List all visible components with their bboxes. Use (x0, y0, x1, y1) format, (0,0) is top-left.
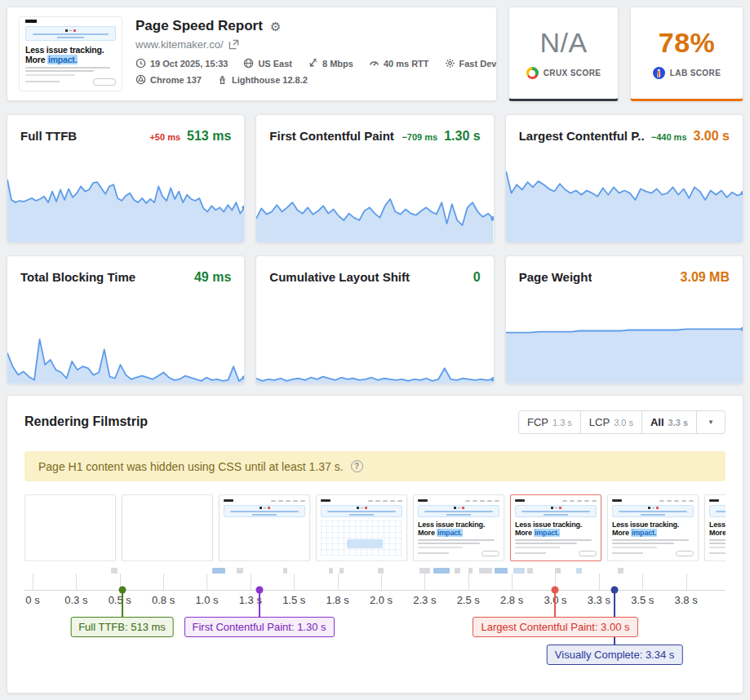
meta-label: Chrome 137 (150, 75, 202, 85)
report-settings-gear-icon[interactable]: ⚙ (270, 20, 281, 33)
metric-card[interactable]: Full TTFB +50 ms 513 ms (7, 114, 245, 243)
filmstrip-tab-all[interactable]: All3.3 s (641, 411, 696, 433)
frame-nav (612, 498, 694, 503)
metric-title: Cumulative Layout Shift (269, 270, 410, 284)
timeline-marker-dot (611, 587, 619, 594)
timeline-tick-label: 1.8 s (326, 594, 349, 606)
metric-title: Total Blocking Time (20, 270, 135, 284)
timeline-marker-stem (259, 590, 260, 620)
lighthouse-lab-icon (653, 67, 665, 79)
globe-icon (243, 58, 254, 69)
resource-block (237, 568, 243, 574)
metric-value: 3.00 s (694, 129, 730, 144)
timeline-tick (468, 574, 469, 590)
meta-throttle: 8 Mbps (308, 58, 353, 69)
filmstrip-tab-lcp[interactable]: LCP3.0 s (580, 411, 641, 433)
filmstrip-tab-fcp[interactable]: FCP1.3 s (519, 411, 580, 433)
tab-value: 3.3 s (668, 418, 688, 428)
meta-label: Lighthouse 12.8.2 (232, 75, 308, 85)
metric-value: 49 ms (194, 270, 231, 285)
timeline-tick (163, 574, 164, 590)
thumbnail-logo (25, 20, 37, 23)
timeline-tick (251, 574, 251, 590)
timeline-tick (338, 574, 339, 590)
filmstrip-frame-2[interactable] (122, 494, 213, 561)
timeline-marker-dot (255, 587, 263, 594)
metric-card[interactable]: Largest Contentful P... −440 ms 3.00 s (505, 114, 743, 243)
help-question-icon[interactable]: ? (351, 460, 363, 472)
metric-title: Full TTFB (20, 129, 77, 143)
page-title: Page Speed Report (135, 18, 263, 34)
timeline-marker-label: Full TTFB: 513 ms (70, 617, 174, 637)
filmstrip-frame-1[interactable] (24, 494, 116, 561)
meta-row-1: 19 Oct 2025, 15:33US East8 Mbps40 ms RTT… (135, 58, 485, 69)
resource-block (455, 568, 460, 574)
timeline-tick-label: 2.3 s (413, 594, 436, 606)
timeline-tick-label: 2.5 s (457, 594, 480, 606)
filmstrip-frame-7[interactable]: Less issue tracking.More impact. (607, 494, 699, 561)
frame-footer (709, 551, 726, 556)
filmstrip-frame-3[interactable] (219, 494, 310, 561)
meta-label: 19 Oct 2025, 15:33 (150, 59, 228, 69)
frame-headline-2: More impact. (515, 529, 597, 537)
tab-value: 3.0 s (614, 418, 633, 428)
meta-label: US East (258, 59, 292, 69)
thumbnail-headline-2: More impact. (25, 55, 116, 64)
meta-label: 40 ms RTT (384, 59, 429, 69)
timeline-marker-label: First Contentful Paint: 1.30 s (184, 617, 335, 637)
frame-nav (321, 498, 402, 503)
metric-sparkline-chart (506, 299, 743, 383)
frame-footer (418, 551, 499, 556)
timeline-marker-label: Largest Contentful Paint: 3.00 s (473, 617, 637, 637)
meta-device: Fast Device (445, 58, 497, 69)
metric-sparkline-chart (256, 157, 493, 242)
timeline-marker-stem (554, 590, 556, 620)
thumbnail-banner (25, 26, 116, 41)
frame-blue-box (347, 539, 383, 548)
metric-card[interactable]: Total Blocking Time 49 ms (7, 255, 245, 384)
lab-score-card[interactable]: 78% LAB SCORE (630, 7, 743, 101)
frame-banner (612, 505, 694, 517)
filmstrip-frame-6[interactable]: Less issue tracking.More impact. (510, 494, 601, 561)
filmstrip-range-dropdown[interactable]: ▼ (696, 411, 725, 433)
metric-card[interactable]: Cumulative Layout Shift 0 (255, 255, 494, 384)
timeline-tick (512, 574, 513, 590)
timeline-tick (381, 574, 382, 590)
frame-headline-1: Less issue tracking. (515, 521, 597, 529)
warning-text: Page H1 content was hidden using CSS unt… (38, 460, 344, 473)
frame-banner (321, 505, 402, 517)
report-url-link[interactable]: www.kitemaker.co/ (135, 38, 485, 51)
meta-clock: 19 Oct 2025, 15:33 (135, 58, 228, 69)
chrome-icon (135, 74, 146, 85)
metric-title: First Contentful Paint (269, 129, 394, 143)
metric-card[interactable]: First Contentful Paint −709 ms 1.30 s (255, 114, 494, 243)
device-icon (445, 58, 455, 69)
resource-block (212, 568, 225, 574)
filmstrip-range-tabs: FCP1.3 sLCP3.0 sAll3.3 s▼ (518, 410, 726, 434)
metric-title: Page Weight (519, 270, 592, 284)
filmstrip-frame-5[interactable]: Less issue tracking.More impact. (413, 494, 504, 561)
timeline-tick (686, 574, 687, 590)
timeline-tick (294, 574, 295, 590)
metric-value: 1.30 s (444, 129, 480, 144)
header-row: Less issue tracking. More impact. Page S… (7, 7, 743, 101)
timeline-tick-label: 2.8 s (500, 594, 523, 606)
metric-value: 0 (473, 270, 481, 285)
timeline-marker-label: Visually Complete: 3.34 s (547, 645, 682, 665)
lab-score-label: LAB SCORE (670, 69, 721, 78)
timeline-axis-line (24, 590, 726, 591)
metric-card[interactable]: Page Weight 3.09 MB (505, 255, 743, 384)
crux-score-card[interactable]: N/A CRUX SCORE (508, 7, 619, 101)
filmstrip-frame-4[interactable] (316, 494, 407, 561)
frame-footer (612, 551, 694, 556)
filmstrip-frame-8[interactable]: Less issue tracking.More impact. (704, 494, 726, 561)
frame-nav (515, 498, 597, 503)
meta-lighthouse: Lighthouse 12.8.2 (217, 74, 308, 85)
chrome-crux-icon (526, 67, 539, 79)
tab-name: LCP (589, 416, 610, 428)
metric-sparkline-chart (7, 157, 244, 242)
frame-nav (418, 498, 499, 503)
resource-block (495, 568, 508, 574)
lighthouse-icon (217, 74, 228, 85)
rendering-filmstrip-card: Rendering Filmstrip FCP1.3 sLCP3.0 sAll3… (7, 395, 743, 693)
